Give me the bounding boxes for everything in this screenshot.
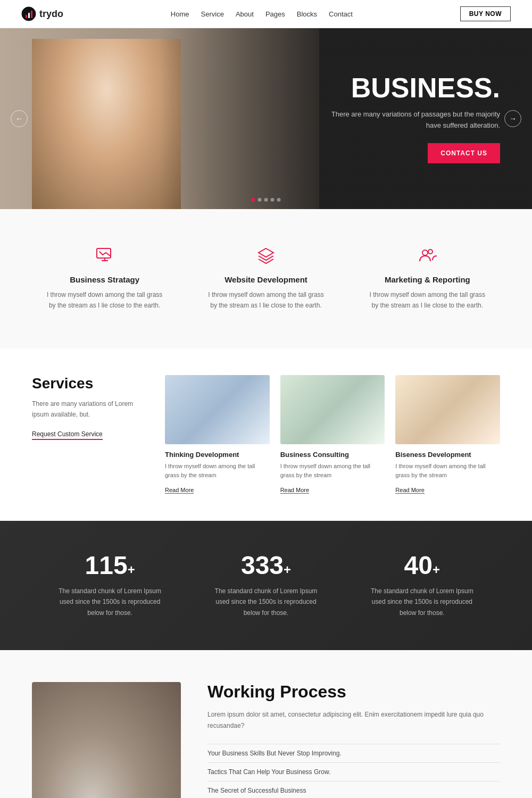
hero-section: BUSINESS. There are many variations of p… — [0, 28, 532, 209]
services-section: Services There are many variations of Lo… — [0, 348, 532, 521]
svg-rect-3 — [31, 11, 32, 18]
service-card-consulting: Business Consulting I throw myself down … — [280, 375, 385, 494]
service-biseness-readmore[interactable]: Read More — [395, 487, 424, 494]
services-grid: Thinking Development I throw myself down… — [165, 375, 500, 494]
svg-rect-1 — [26, 15, 27, 18]
nav-pages[interactable]: Pages — [265, 10, 285, 18]
hero-dot-1[interactable] — [252, 198, 255, 202]
working-list-item-3: The Secret of Successful Business — [207, 782, 500, 798]
service-biseness-image — [395, 375, 500, 444]
stat-number-115: 115+ — [32, 553, 188, 578]
logo-icon — [21, 6, 36, 21]
nav-contact[interactable]: Contact — [329, 10, 353, 18]
working-title: Working Process — [207, 682, 500, 702]
hero-title: BUSINESS. — [319, 74, 500, 102]
working-list-item-1: Your Business Skills But Never Stop Impr… — [207, 744, 500, 763]
services-sidebar: Services There are many variations of Lo… — [32, 375, 149, 494]
logo-text: trydo — [39, 9, 63, 20]
feature-card-strategy: Business Stratagy I throw myself down am… — [32, 236, 177, 322]
stat-item-333: 333+ The standard chunk of Lorem Ipsum u… — [188, 553, 344, 618]
service-card-thinking: Thinking Development I throw myself down… — [165, 375, 270, 494]
service-biseness-desc: I throw myself down among the tall grass… — [395, 462, 500, 480]
service-consulting-title: Business Consulting — [280, 451, 385, 459]
feature-development-desc: I throw myself down among the tall grass… — [204, 289, 328, 311]
nav-blocks[interactable]: Blocks — [297, 10, 317, 18]
stat-desc-115: The standard chunk of Lorem Ipsum used s… — [57, 586, 163, 618]
working-process-photo — [32, 682, 181, 798]
users-icon — [365, 246, 489, 268]
service-thinking-desc: I throw myself down among the tall grass… — [165, 462, 270, 480]
contact-us-button[interactable]: CONTACT US — [428, 143, 500, 163]
service-consulting-readmore[interactable]: Read More — [280, 487, 309, 494]
stat-number-40: 40+ — [344, 553, 500, 578]
nav-links: Home Service About Pages Blocks Contact — [171, 9, 353, 19]
buy-now-button[interactable]: BUY NOW — [460, 6, 511, 21]
feature-marketing-desc: I throw myself down among the tall grass… — [365, 289, 489, 311]
services-title: Services — [32, 375, 149, 392]
nav-home[interactable]: Home — [171, 10, 189, 18]
svg-rect-2 — [28, 13, 30, 18]
stats-section: 115+ The standard chunk of Lorem Ipsum u… — [0, 521, 532, 650]
stat-desc-40: The standard chunk of Lorem Ipsum used s… — [369, 586, 475, 618]
request-service-link[interactable]: Request Custom Service — [32, 430, 103, 440]
hero-dot-5[interactable] — [277, 198, 281, 202]
service-card-biseness: Biseness Development I throw myself down… — [395, 375, 500, 494]
svg-point-8 — [422, 250, 428, 255]
hero-dot-2[interactable] — [258, 198, 262, 202]
stat-item-40: 40+ The standard chunk of Lorem Ipsum us… — [344, 553, 500, 618]
working-list: Your Business Skills But Never Stop Impr… — [207, 744, 500, 798]
working-process-section: Working Process Lorem ipsum dolor sit am… — [0, 650, 532, 798]
features-section: Business Stratagy I throw myself down am… — [0, 209, 532, 348]
stat-desc-333: The standard chunk of Lorem Ipsum used s… — [213, 586, 319, 618]
svg-marker-7 — [259, 248, 273, 257]
hero-prev-arrow[interactable]: ← — [11, 110, 28, 127]
hero-dots — [252, 198, 281, 202]
feature-marketing-title: Marketing & Reporting — [365, 275, 489, 284]
svg-point-9 — [428, 250, 433, 254]
service-biseness-title: Biseness Development — [395, 451, 500, 459]
hero-content: BUSINESS. There are many variations of p… — [319, 74, 532, 163]
service-consulting-image — [280, 375, 385, 444]
feature-development-title: Website Development — [204, 275, 328, 284]
svg-rect-4 — [97, 248, 111, 258]
navbar: trydo Home Service About Pages Blocks Co… — [0, 0, 532, 28]
logo[interactable]: trydo — [21, 6, 63, 21]
nav-about[interactable]: About — [236, 10, 254, 18]
feature-strategy-title: Business Stratagy — [43, 275, 167, 284]
working-desc: Lorem ipsum dolor sit amet, consectetur … — [207, 709, 500, 731]
working-content: Working Process Lorem ipsum dolor sit am… — [207, 682, 500, 798]
feature-card-marketing: Marketing & Reporting I throw myself dow… — [355, 236, 500, 322]
service-consulting-desc: I throw myself down among the tall grass… — [280, 462, 385, 480]
monitor-icon — [43, 246, 167, 268]
nav-service[interactable]: Service — [201, 10, 224, 18]
stat-number-333: 333+ — [188, 553, 344, 578]
hero-dot-3[interactable] — [264, 198, 268, 202]
stat-item-115: 115+ The standard chunk of Lorem Ipsum u… — [32, 553, 188, 618]
hero-next-arrow[interactable]: → — [504, 110, 521, 127]
hero-dot-4[interactable] — [271, 198, 275, 202]
layers-icon — [204, 246, 328, 268]
feature-strategy-desc: I throw myself down among the tall grass… — [43, 289, 167, 311]
service-thinking-readmore[interactable]: Read More — [165, 487, 194, 494]
feature-card-development: Website Development I throw myself down … — [193, 236, 338, 322]
services-desc: There are many variations of Lorem ipsum… — [32, 398, 149, 420]
service-thinking-image — [165, 375, 270, 444]
working-process-image — [32, 682, 181, 798]
service-thinking-title: Thinking Development — [165, 451, 270, 459]
working-list-item-2: Tactics That Can Help Your Business Grow… — [207, 763, 500, 782]
hero-subtitle: There are many variations of passages bu… — [319, 109, 500, 131]
